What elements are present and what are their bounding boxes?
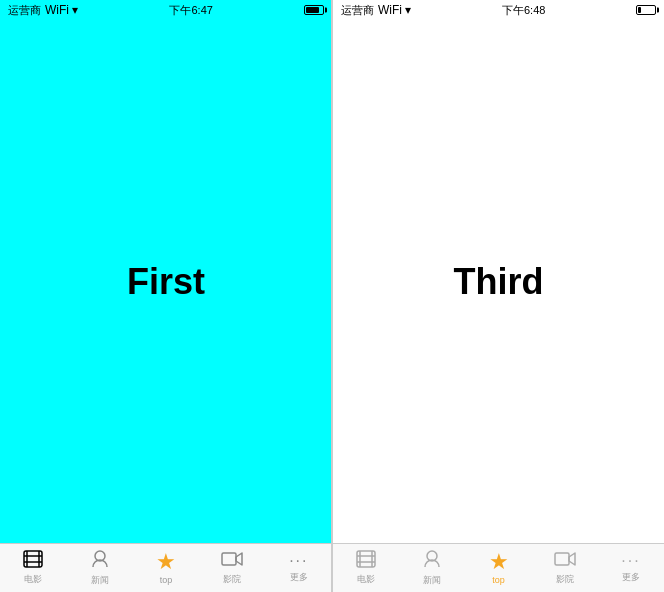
left-tab-more[interactable]: ··· 更多 xyxy=(266,544,332,592)
left-phone: 运营商 WiFi ▾ 下午6:47 First 电影 xyxy=(0,0,332,592)
svg-rect-6 xyxy=(222,553,236,565)
right-news-label: 新闻 xyxy=(423,574,441,587)
left-screen-label: First xyxy=(127,261,205,303)
right-phone: 运营商 WiFi ▾ 下午6:48 Third 电影 xyxy=(332,0,664,592)
left-battery-fill xyxy=(306,7,319,13)
right-cinema-icon xyxy=(554,550,576,571)
right-more-icon: ··· xyxy=(621,553,640,569)
right-tab-more[interactable]: ··· 更多 xyxy=(598,544,664,592)
svg-rect-13 xyxy=(555,553,569,565)
left-news-label: 新闻 xyxy=(91,574,109,587)
left-carrier: 运营商 xyxy=(8,3,41,18)
right-time: 下午6:48 xyxy=(502,3,545,18)
left-tab-cinema[interactable]: 影院 xyxy=(199,544,265,592)
left-tab-bar[interactable]: 电影 新闻 ★ top 影院 ··· xyxy=(0,543,332,592)
left-cinema-label: 影院 xyxy=(223,573,241,586)
right-movies-icon xyxy=(356,550,376,571)
right-tab-news[interactable]: 新闻 xyxy=(399,544,465,592)
right-carrier: 运营商 xyxy=(341,3,374,18)
right-screen-label: Third xyxy=(454,261,544,303)
left-carrier-wifi: 运营商 WiFi ▾ xyxy=(8,3,78,18)
right-top-label: top xyxy=(492,575,505,585)
left-status-bar: 运营商 WiFi ▾ 下午6:47 xyxy=(0,0,332,20)
right-battery xyxy=(636,5,656,15)
right-battery-icon xyxy=(636,5,656,15)
right-top-icon: ★ xyxy=(489,551,509,573)
right-tab-cinema[interactable]: 影院 xyxy=(532,544,598,592)
right-carrier-wifi: 运营商 WiFi ▾ xyxy=(341,3,411,18)
right-tab-movies[interactable]: 电影 xyxy=(333,544,399,592)
right-more-label: 更多 xyxy=(622,571,640,584)
left-top-label: top xyxy=(160,575,173,585)
left-news-icon xyxy=(90,549,110,572)
right-movies-label: 电影 xyxy=(357,573,375,586)
left-tab-movies[interactable]: 电影 xyxy=(0,544,66,592)
right-wifi-icon: WiFi ▾ xyxy=(378,3,411,17)
left-wifi-icon: WiFi ▾ xyxy=(45,3,78,17)
left-tab-news[interactable]: 新闻 xyxy=(66,544,132,592)
right-news-icon xyxy=(422,549,442,572)
left-main-content: First xyxy=(0,20,332,543)
right-status-bar: 运营商 WiFi ▾ 下午6:48 xyxy=(333,0,664,20)
left-battery-icon xyxy=(304,5,324,15)
left-movies-icon xyxy=(23,550,43,571)
right-cinema-label: 影院 xyxy=(556,573,574,586)
left-top-icon: ★ xyxy=(156,551,176,573)
left-cinema-icon xyxy=(221,550,243,571)
left-battery xyxy=(304,5,324,15)
right-main-content: Third xyxy=(333,20,664,543)
left-more-icon: ··· xyxy=(289,553,308,569)
right-tab-top[interactable]: ★ top xyxy=(465,544,531,592)
left-more-label: 更多 xyxy=(290,571,308,584)
left-movies-label: 电影 xyxy=(24,573,42,586)
left-time: 下午6:47 xyxy=(169,3,212,18)
right-battery-fill xyxy=(638,7,641,13)
right-tab-bar[interactable]: 电影 新闻 ★ top 影院 ··· xyxy=(333,543,664,592)
left-tab-top[interactable]: ★ top xyxy=(133,544,199,592)
